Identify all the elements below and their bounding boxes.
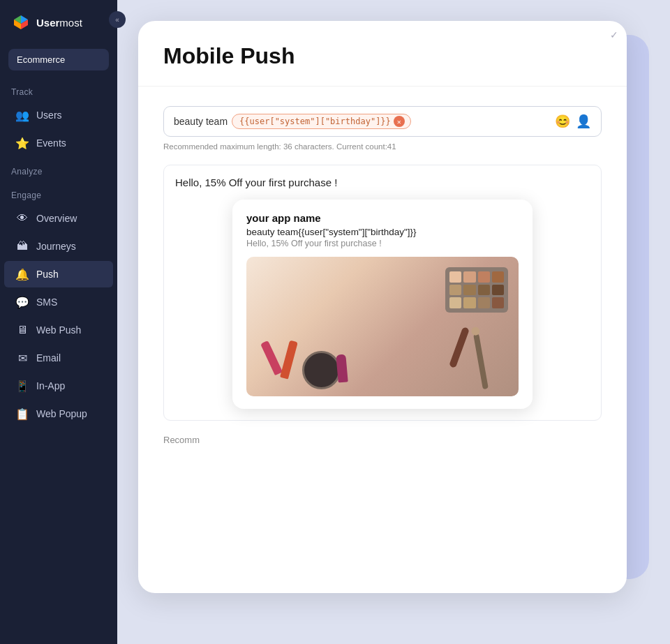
logo-icon [11, 13, 31, 32]
message-body-text: Hello, 15% Off your first purchase ! [175, 177, 590, 188]
sidebar-item-web-popup[interactable]: 📋 Web Popup [4, 400, 113, 427]
emoji-icon[interactable]: 😊 [555, 114, 570, 129]
brush [473, 334, 489, 389]
sidebar-item-email-label: Email [36, 352, 61, 364]
events-icon: ⭐ [15, 136, 29, 150]
push-icon: 🔔 [15, 267, 29, 281]
users-icon: 👥 [15, 108, 29, 122]
email-icon: ✉ [15, 351, 29, 365]
sidebar-item-sms[interactable]: 💬 SMS [4, 289, 113, 315]
sidebar-item-users[interactable]: 👥 Users [4, 102, 113, 128]
sms-icon: 💬 [15, 295, 29, 309]
card-body: beauty team {{user["system"]["birthday"]… [138, 87, 627, 465]
engage-section-label: Engage [0, 181, 117, 204]
sidebar-item-push[interactable]: 🔔 Push [4, 261, 113, 287]
in-app-icon: 📱 [15, 379, 29, 393]
message-body-area[interactable]: Hello, 15% Off your first purchase ! you… [163, 165, 602, 421]
compact [302, 351, 341, 389]
sidebar-item-sms-label: SMS [36, 297, 57, 308]
workspace-selector[interactable]: Ecommerce [8, 49, 109, 70]
tag-text: {{user["system"]["birthday"]}} [239, 117, 391, 126]
preview-title: beauty team{{user["system"]["birthday"]}… [246, 227, 417, 237]
main-area: Mobile Push beauty team {{user["system"]… [117, 0, 670, 644]
recommend-label: Recomm [163, 435, 602, 445]
title-plain-text: beauty team [174, 116, 228, 127]
main-card: Mobile Push beauty team {{user["system"]… [138, 21, 627, 593]
card-header: Mobile Push [138, 21, 627, 87]
sidebar-item-overview-label: Overview [36, 213, 77, 224]
sidebar-item-email[interactable]: ✉ Email [4, 345, 113, 371]
web-push-icon: 🖥 [15, 323, 29, 337]
analyze-section-label: Analyze [0, 157, 117, 181]
preview-body: Hello, 15% Off your first purchase ! [246, 239, 417, 248]
sidebar-item-push-label: Push [36, 269, 59, 280]
title-input-wrapper[interactable]: beauty team {{user["system"]["birthday"]… [163, 106, 602, 137]
lipstick-1 [260, 340, 283, 375]
preview-image [246, 257, 519, 396]
preview-notification-card: your app name beauty team{{user["system"… [232, 200, 533, 409]
char-warning: Recommended maximum length: 36 character… [163, 142, 602, 151]
sidebar-item-events[interactable]: ⭐ Events [4, 130, 113, 156]
sidebar-item-users-label: Users [36, 110, 62, 121]
preview-app-name: your app name [246, 212, 519, 224]
sidebar-header: Usermost [0, 0, 117, 42]
sidebar-item-in-app[interactable]: 📱 In-App [4, 373, 113, 399]
journeys-icon: 🏔 [15, 239, 29, 253]
lipstick-2 [280, 340, 298, 379]
personalize-icon[interactable]: 👤 [576, 114, 591, 129]
palette [445, 267, 508, 313]
track-section-label: Track [0, 77, 117, 101]
sidebar-item-in-app-label: In-App [36, 380, 65, 391]
overview-icon: 👁 [15, 211, 29, 225]
sidebar-item-events-label: Events [36, 137, 66, 149]
checkmark-icon: ✓ [610, 29, 618, 40]
logo-text: Usermost [36, 17, 82, 29]
sidebar-item-journeys[interactable]: 🏔 Journeys [4, 233, 113, 260]
sidebar-item-journeys-label: Journeys [36, 241, 76, 252]
sidebar-item-web-popup-label: Web Popup [36, 408, 87, 419]
sidebar-item-web-push[interactable]: 🖥 Web Push [4, 317, 113, 343]
sidebar-item-web-push-label: Web Push [36, 324, 81, 336]
input-actions: 😊 👤 [555, 114, 591, 129]
lipstick-3 [336, 354, 348, 382]
sidebar: Usermost « Ecommerce Track 👥 Users ⭐ Eve… [0, 0, 117, 644]
sidebar-collapse-button[interactable]: « [109, 11, 126, 28]
page-title: Mobile Push [163, 43, 602, 69]
tag-close-button[interactable]: ✕ [394, 116, 405, 127]
sidebar-item-overview[interactable]: 👁 Overview [4, 205, 113, 232]
user-tag-pill: {{user["system"]["birthday"]}} ✕ [232, 114, 411, 129]
web-popup-icon: 📋 [15, 407, 29, 421]
mascara [449, 327, 470, 368]
